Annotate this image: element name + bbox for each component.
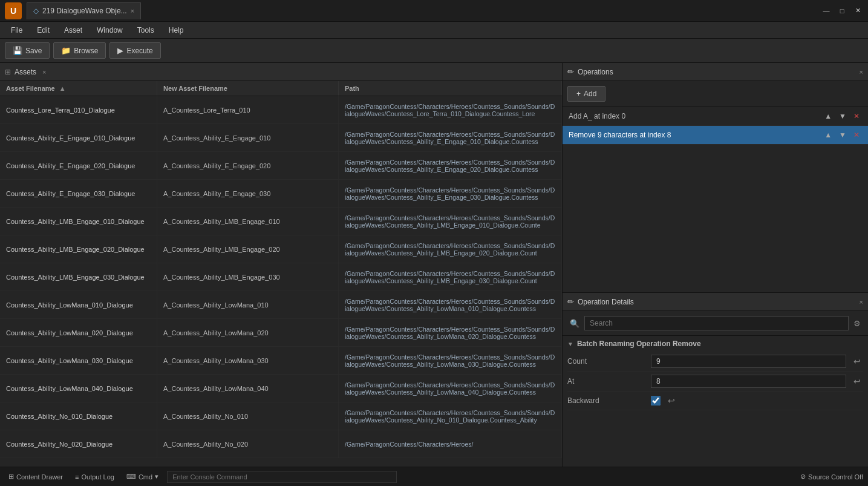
cell-path-10: /Game/ParagonCountess/Characters/Heroes/…	[339, 375, 562, 402]
status-right: ⊘ Source Control Off	[800, 473, 863, 481]
table-row[interactable]: Countess_Ability_E_Engage_010_Dialogue A…	[0, 124, 562, 152]
operation-delete-button-0[interactable]: ✕	[851, 111, 862, 122]
cell-asset-4: Countess_Ability_LMB_Engage_010_Dialogue	[0, 208, 157, 235]
browse-button[interactable]: 📁 Browse	[53, 42, 106, 59]
cell-new-asset-4: A_Countess_Ability_LMB_Engage_010	[157, 208, 339, 235]
tab-close-button[interactable]: ×	[131, 7, 134, 15]
add-operation-button[interactable]: + Add	[567, 86, 605, 102]
operation-up-button-0[interactable]: ▲	[822, 111, 834, 122]
cell-path-11: /Game/ParagonCountess/Characters/Heroes/…	[339, 402, 562, 430]
operation-label-0: Add A_ at index 0	[569, 112, 818, 120]
table-row[interactable]: Countess_Lore_Terra_010_Dialogue A_Count…	[0, 96, 562, 124]
col-header-new-asset[interactable]: New Asset Filename	[157, 81, 339, 96]
od-field-reset-0[interactable]: ↩	[851, 355, 863, 367]
sort-icon: ▲	[59, 85, 66, 92]
cell-asset-9: Countess_Ability_LowMana_030_Dialogue	[0, 347, 157, 374]
od-field-input-0[interactable]	[651, 355, 846, 368]
operation-delete-button-1[interactable]: ✕	[851, 130, 862, 140]
cmd-dropdown-icon: ▾	[155, 473, 158, 481]
table-row[interactable]: Countess_Ability_No_020_Dialogue A_Count…	[0, 430, 562, 458]
close-button[interactable]: ✕	[852, 5, 863, 16]
menu-file[interactable]: File	[5, 24, 28, 36]
od-field-1: At ↩	[567, 372, 863, 392]
save-icon: 💾	[13, 46, 22, 55]
cell-asset-6: Countess_Ability_LMB_Engage_030_Dialogue	[0, 263, 157, 291]
menu-tools[interactable]: Tools	[131, 24, 160, 36]
minimize-button[interactable]: —	[821, 5, 832, 16]
operation-details-close[interactable]: ×	[860, 298, 863, 306]
table-row[interactable]: Countess_Ability_LowMana_010_Dialogue A_…	[0, 291, 562, 319]
content-drawer-button[interactable]: ⊞ Content Drawer	[5, 471, 67, 482]
cmd-button[interactable]: ⌨ Cmd ▾	[123, 471, 162, 482]
cell-asset-8: Countess_Ability_LowMana_020_Dialogue	[0, 319, 157, 346]
assets-panel-header: ⊞ Assets ×	[0, 63, 562, 81]
table-row[interactable]: Countess_Ability_LowMana_020_Dialogue A_…	[0, 319, 562, 347]
od-field-input-1[interactable]	[651, 375, 846, 388]
table-row[interactable]: Countess_Ability_LMB_Engage_020_Dialogue…	[0, 235, 562, 263]
od-field-reset-1[interactable]: ↩	[851, 375, 863, 387]
tab-bar: ◇ 219 DialogueWave Obje... ×	[27, 2, 821, 19]
assets-panel-close[interactable]: ×	[42, 68, 46, 76]
table-row[interactable]: Countess_Ability_LMB_Engage_030_Dialogue…	[0, 263, 562, 291]
operation-details-search-input[interactable]	[584, 316, 849, 330]
col-header-asset[interactable]: Asset Filename ▲	[0, 81, 157, 96]
table-row[interactable]: Countess_Ability_LowMana_030_Dialogue A_…	[0, 347, 562, 375]
od-checkbox-2[interactable]	[651, 396, 661, 406]
operation-down-button-1[interactable]: ▼	[837, 130, 849, 140]
cell-path-9: /Game/ParagonCountess/Characters/Heroes/…	[339, 347, 562, 374]
operations-close[interactable]: ×	[860, 68, 863, 76]
main-tab[interactable]: ◇ 219 DialogueWave Obje... ×	[27, 2, 141, 19]
operation-up-button-1[interactable]: ▲	[822, 130, 834, 140]
cell-asset-3: Countess_Ability_E_Engage_030_Dialogue	[0, 180, 157, 207]
cell-asset-1: Countess_Ability_E_Engage_010_Dialogue	[0, 124, 157, 151]
menu-help[interactable]: Help	[163, 24, 190, 36]
execute-button[interactable]: ▶ Execute	[109, 42, 160, 59]
save-button[interactable]: 💾 Save	[5, 42, 50, 59]
console-input[interactable]	[167, 471, 397, 483]
browse-icon: 📁	[61, 46, 71, 55]
cell-new-asset-11: A_Countess_Ability_No_010	[157, 402, 339, 430]
od-field-reset-2[interactable]: ↩	[665, 395, 677, 407]
table-row[interactable]: Countess_Ability_LMB_Engage_010_Dialogue…	[0, 208, 562, 235]
settings-icon[interactable]: ⚙	[851, 318, 863, 329]
app-icon: U	[5, 2, 22, 19]
cell-path-1: /Game/ParagonCountess/Characters/Heroes/…	[339, 124, 562, 151]
assets-table-container: Asset Filename ▲ New Asset Filename Path…	[0, 81, 562, 467]
operation-details-content: ▼ Batch Renaming Operation Remove Count …	[563, 336, 868, 415]
menu-bar: File Edit Asset Window Tools Help	[0, 22, 868, 39]
table-row[interactable]: Countess_Ability_E_Engage_030_Dialogue A…	[0, 180, 562, 208]
content-drawer-label: Content Drawer	[16, 473, 63, 481]
cell-new-asset-3: A_Countess_Ability_E_Engage_030	[157, 180, 339, 207]
browse-label: Browse	[74, 47, 98, 55]
operation-down-button-0[interactable]: ▼	[837, 111, 849, 122]
content-drawer-icon: ⊞	[8, 473, 14, 481]
od-field-label-0: Count	[567, 357, 646, 366]
menu-window[interactable]: Window	[91, 24, 129, 36]
menu-asset[interactable]: Asset	[58, 24, 88, 36]
menu-edit[interactable]: Edit	[31, 24, 56, 36]
table-row[interactable]: Countess_Ability_No_010_Dialogue A_Count…	[0, 402, 562, 430]
operation-details-icon: ✏	[567, 297, 574, 306]
operations-icon: ✏	[567, 67, 574, 76]
cell-new-asset-10: A_Countess_Ability_LowMana_040	[157, 375, 339, 402]
col-header-path[interactable]: Path	[339, 81, 562, 96]
output-log-button[interactable]: ≡ Output Log	[71, 472, 118, 482]
operation-item-0[interactable]: Add A_ at index 0 ▲ ▼ ✕	[563, 107, 868, 126]
cell-new-asset-2: A_Countess_Ability_E_Engage_020	[157, 152, 339, 179]
cell-asset-0: Countess_Lore_Terra_010_Dialogue	[0, 96, 157, 123]
assets-panel: ⊞ Assets × Asset Filename ▲ New Asset Fi…	[0, 63, 563, 467]
table-row[interactable]: Countess_Ability_E_Engage_020_Dialogue A…	[0, 152, 562, 180]
maximize-button[interactable]: □	[837, 5, 847, 16]
operation-details-section-header: ▼ Batch Renaming Operation Remove	[567, 336, 863, 352]
operations-toolbar: + Add	[563, 81, 868, 107]
cell-path-4: /Game/ParagonCountess/Characters/Heroes/…	[339, 208, 562, 235]
operation-details-fields: Count ↩ At ↩ Backward ↩	[567, 352, 863, 410]
assets-grid-icon: ⊞	[5, 68, 11, 76]
operation-item-1[interactable]: Remove 9 characters at index 8 ▲ ▼ ✕	[563, 126, 868, 145]
cell-path-0: /Game/ParagonCountess/Characters/Heroes/…	[339, 96, 562, 123]
status-left: ⊞ Content Drawer ≡ Output Log ⌨ Cmd ▾	[5, 471, 795, 483]
cell-asset-7: Countess_Ability_LowMana_010_Dialogue	[0, 291, 157, 318]
table-row[interactable]: Countess_Ability_LowMana_040_Dialogue A_…	[0, 375, 562, 402]
operation-controls-0: ▲ ▼ ✕	[822, 111, 862, 122]
add-label: Add	[584, 90, 596, 98]
